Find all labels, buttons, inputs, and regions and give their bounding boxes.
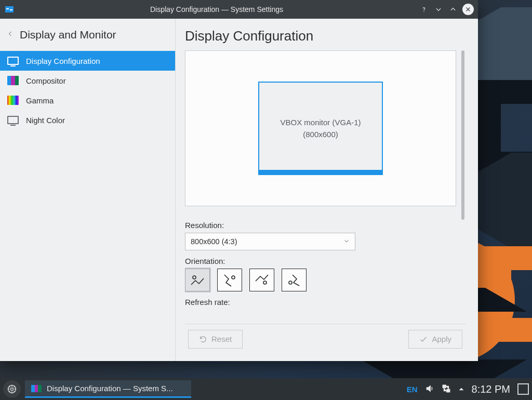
window-titlebar[interactable]: Display Configuration — System Settings bbox=[0, 0, 478, 19]
svg-rect-20 bbox=[443, 385, 446, 388]
window-title: Display Configuration — System Settings bbox=[19, 5, 415, 14]
task-icon bbox=[31, 385, 42, 392]
sidebar: Display and Monitor Display Configuratio… bbox=[0, 19, 176, 361]
scrollbar-thumb[interactable] bbox=[461, 50, 464, 220]
monitor-res: (800x600) bbox=[303, 130, 338, 139]
svg-point-3 bbox=[424, 11, 424, 11]
chevron-left-icon bbox=[7, 29, 14, 41]
svg-line-16 bbox=[9, 386, 10, 388]
main-panel: Display Configuration VBOX monitor (VGA-… bbox=[176, 19, 478, 361]
sidebar-item-label: Gamma bbox=[26, 96, 54, 105]
svg-rect-1 bbox=[6, 8, 9, 9]
display-preview[interactable]: VBOX monitor (VGA-1) (800x600) bbox=[185, 50, 456, 206]
svg-rect-21 bbox=[446, 389, 449, 392]
orientation-normal-button[interactable] bbox=[185, 269, 210, 291]
maximize-button[interactable] bbox=[448, 4, 458, 15]
volume-icon[interactable] bbox=[425, 384, 434, 395]
tray-expand-icon[interactable] bbox=[458, 385, 464, 394]
svg-line-17 bbox=[14, 391, 15, 392]
show-desktop-button[interactable] bbox=[517, 383, 529, 395]
svg-rect-2 bbox=[10, 9, 12, 10]
monitor-name: VBOX monitor (VGA-1) bbox=[280, 118, 361, 127]
resolution-field: Resolution: 800x600 (4:3) bbox=[185, 221, 456, 250]
sidebar-item-label: Compositor bbox=[26, 76, 66, 85]
apply-label: Apply bbox=[432, 335, 451, 343]
reset-label: Reset bbox=[211, 335, 232, 343]
close-button[interactable] bbox=[462, 4, 474, 15]
taskbar-task[interactable]: Display Configuration — System S... bbox=[25, 380, 191, 398]
sidebar-back[interactable]: Display and Monitor bbox=[0, 19, 175, 51]
reset-button[interactable]: Reset bbox=[188, 330, 243, 349]
svg-point-8 bbox=[263, 281, 267, 284]
task-label: Display Configuration — System S... bbox=[47, 384, 173, 393]
monitor-thumbnail[interactable]: VBOX monitor (VGA-1) (800x600) bbox=[258, 82, 383, 175]
monitor-icon bbox=[7, 116, 19, 124]
svg-point-7 bbox=[232, 276, 235, 279]
svg-marker-22 bbox=[459, 388, 463, 390]
taskbar[interactable]: Display Configuration — System S... EN 8… bbox=[0, 378, 532, 400]
refresh-label: Refresh rate: bbox=[185, 298, 456, 306]
minimize-button[interactable] bbox=[433, 4, 444, 15]
sidebar-heading: Display and Monitor bbox=[20, 29, 116, 41]
keyboard-layout[interactable]: EN bbox=[407, 385, 418, 394]
svg-point-11 bbox=[11, 388, 14, 391]
settings-window: Display Configuration — System Settings … bbox=[0, 0, 478, 361]
sidebar-item-label: Night Color bbox=[26, 116, 65, 125]
network-icon[interactable] bbox=[442, 384, 451, 395]
svg-line-19 bbox=[9, 391, 10, 392]
svg-point-9 bbox=[289, 281, 292, 284]
resolution-combo[interactable]: 800x600 (4:3) bbox=[185, 233, 355, 250]
apply-button[interactable]: Apply bbox=[408, 330, 462, 349]
page-title: Display Configuration bbox=[185, 28, 466, 44]
chevron-down-icon bbox=[343, 237, 350, 246]
sidebar-item-gamma[interactable]: Gamma bbox=[0, 90, 175, 110]
orientation-label: Orientation: bbox=[185, 257, 456, 265]
sidebar-list: Display Configuration Compositor Gamma N… bbox=[0, 51, 175, 130]
sidebar-item-label: Display Configuration bbox=[26, 57, 100, 65]
system-tray: EN 8:12 PM bbox=[407, 383, 529, 395]
gamma-icon bbox=[7, 96, 19, 105]
sidebar-item-night-color[interactable]: Night Color bbox=[0, 110, 175, 130]
orientation-270-button[interactable] bbox=[282, 269, 307, 291]
sidebar-item-display-configuration[interactable]: Display Configuration bbox=[0, 51, 175, 71]
refresh-field: Refresh rate: bbox=[185, 298, 456, 306]
orientation-field: Orientation: bbox=[185, 257, 456, 291]
orientation-90-button[interactable] bbox=[217, 269, 242, 291]
svg-line-18 bbox=[14, 386, 15, 388]
orientation-180-button[interactable] bbox=[249, 269, 274, 291]
monitor-icon bbox=[7, 57, 19, 65]
help-button[interactable] bbox=[419, 4, 429, 15]
svg-point-6 bbox=[193, 276, 196, 279]
compositor-icon bbox=[7, 76, 19, 85]
footer-buttons: Reset Apply bbox=[185, 324, 466, 354]
sidebar-item-compositor[interactable]: Compositor bbox=[0, 71, 175, 90]
app-icon bbox=[4, 4, 15, 15]
clock[interactable]: 8:12 PM bbox=[472, 383, 510, 395]
resolution-value: 800x600 (4:3) bbox=[191, 237, 237, 246]
content-scrollbar[interactable] bbox=[460, 50, 466, 324]
start-button[interactable] bbox=[3, 380, 21, 398]
resolution-label: Resolution: bbox=[185, 221, 456, 230]
